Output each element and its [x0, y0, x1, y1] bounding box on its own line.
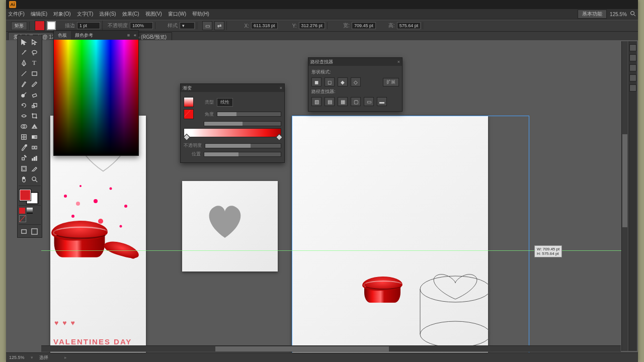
aspect-slider[interactable] — [204, 121, 281, 126]
artboard-heart-shape[interactable] — [182, 181, 278, 272]
gradient-type-dropdown[interactable]: 线性 — [217, 98, 233, 107]
scale-tool[interactable] — [29, 100, 39, 110]
menu-window[interactable]: 窗口(W) — [168, 11, 186, 18]
color-mode-icon[interactable] — [19, 208, 25, 214]
expand-button[interactable]: 扩展 — [383, 78, 399, 86]
dock-item-5[interactable] — [629, 84, 636, 92]
screen-mode-full[interactable] — [29, 226, 39, 236]
x-field[interactable]: 611.318 pt — [251, 22, 278, 29]
status-zoom[interactable]: 125.5% — [9, 355, 25, 360]
stroke-swatch[interactable] — [47, 21, 56, 30]
magic-wand-tool[interactable] — [19, 47, 29, 57]
fill-swatch[interactable] — [35, 21, 45, 31]
gradient-preview-swatch[interactable] — [184, 97, 194, 107]
slice-tool[interactable] — [29, 163, 39, 173]
trim-icon[interactable]: ▤ — [325, 97, 335, 106]
eraser-tool[interactable] — [29, 89, 39, 100]
fill-color-icon[interactable] — [20, 190, 31, 201]
menu-edit[interactable]: 编辑(E) — [31, 11, 47, 18]
unite-icon[interactable]: ◼ — [311, 77, 321, 86]
angle-slider[interactable] — [217, 112, 281, 117]
none-mode-icon[interactable]: ／ — [19, 215, 26, 222]
scrollbar-thumb[interactable] — [622, 134, 627, 227]
gray-heart-shape[interactable] — [202, 201, 248, 241]
w-field[interactable]: 709.45 pt — [352, 22, 376, 29]
dock-item-3[interactable] — [629, 64, 636, 71]
style-dropdown[interactable]: ▾ — [180, 22, 195, 29]
menu-select[interactable]: 选择(S) — [99, 11, 116, 18]
exclude-icon[interactable]: ◇ — [351, 77, 361, 86]
selection-tool[interactable] — [19, 37, 29, 47]
zoom-display[interactable]: 125.5% — [610, 12, 627, 17]
blend-tool[interactable] — [29, 142, 39, 152]
h-field[interactable]: 575.64 pt — [397, 22, 421, 29]
dock-item-2[interactable] — [629, 54, 636, 61]
paintbrush-tool[interactable] — [19, 79, 29, 89]
workspace-switcher[interactable]: 基本功能 — [578, 10, 607, 19]
fill-stroke-swatch[interactable] — [19, 190, 39, 204]
eyedropper-tool[interactable] — [19, 142, 29, 152]
pen-tool[interactable] — [19, 58, 29, 68]
divide-icon[interactable]: ▧ — [311, 97, 321, 106]
dock-item-1[interactable] — [629, 44, 636, 51]
menu-object[interactable]: 对象(O) — [53, 11, 70, 18]
width-tool[interactable] — [19, 111, 29, 121]
align-button[interactable]: ▭ — [202, 21, 212, 30]
gradient-mode-icon[interactable] — [27, 208, 33, 214]
free-transform-tool[interactable] — [29, 111, 39, 121]
close-icon[interactable]: × — [397, 59, 400, 64]
line-tool[interactable] — [19, 68, 29, 78]
panel-collapse-icon[interactable]: « — [132, 33, 138, 38]
color-picker-panel[interactable]: 色板 颜色参考 ≡ « — [53, 30, 139, 156]
pathfinder-panel[interactable]: 路径查找器 × 形状模式: ◼ ◻ ◆ ◇ 扩展 路径查找器: ▧ ▤ ▦ ▢ … — [308, 57, 403, 112]
screen-mode-normal[interactable] — [19, 226, 29, 236]
hand-tool[interactable] — [19, 174, 29, 184]
gradient-tool[interactable] — [29, 132, 39, 142]
title-bar[interactable]: Ai — [6, 0, 638, 9]
gradient-stroke-swatch[interactable]: ／ — [184, 109, 194, 119]
menu-effect[interactable]: 效果(C) — [122, 11, 139, 18]
dock-item-4[interactable] — [629, 74, 636, 81]
menu-view[interactable]: 视图(V) — [145, 11, 162, 18]
blob-brush-tool[interactable] — [19, 89, 29, 100]
intersect-icon[interactable]: ◆ — [338, 77, 348, 86]
outline-icon[interactable]: ▭ — [364, 97, 374, 106]
search-icon[interactable] — [630, 11, 636, 18]
zoom-tool[interactable] — [29, 174, 39, 184]
merge-icon[interactable]: ▦ — [338, 97, 348, 106]
scrollbar-thumb[interactable] — [215, 346, 389, 351]
stop-opacity-slider[interactable] — [205, 143, 281, 148]
picker-tab-guide[interactable]: 颜色参考 — [71, 31, 97, 40]
close-icon[interactable]: × — [280, 85, 282, 90]
right-dock[interactable] — [628, 41, 637, 351]
vertical-scrollbar[interactable] — [621, 41, 628, 351]
gradient-ramp[interactable] — [184, 128, 281, 137]
symbol-sprayer-tool[interactable] — [19, 153, 29, 163]
rotate-tool[interactable] — [19, 100, 29, 110]
horizontal-scrollbar[interactable] — [41, 345, 621, 352]
stop-location-slider[interactable] — [204, 152, 281, 157]
rectangle-tool[interactable] — [29, 68, 39, 78]
transform-button[interactable]: ⇄ — [214, 21, 224, 30]
opacity-field[interactable]: 100% — [130, 22, 153, 29]
color-spectrum[interactable] — [54, 40, 138, 155]
selection-bounds[interactable] — [292, 116, 529, 353]
stroke-weight-field[interactable]: 1 pt — [77, 22, 100, 29]
panel-menu-icon[interactable]: ≡ — [123, 32, 132, 39]
shape-builder-tool[interactable] — [19, 121, 29, 131]
pencil-tool[interactable] — [29, 79, 39, 89]
minus-front-icon[interactable]: ◻ — [325, 77, 335, 86]
menu-file[interactable]: 文件(F) — [8, 11, 25, 18]
graph-tool[interactable] — [29, 153, 39, 163]
lasso-tool[interactable] — [29, 47, 39, 57]
gradient-panel[interactable]: 渐变 × 类型 线性 ／ 角度 . 不透明度 — [180, 83, 285, 163]
artboard-tool[interactable] — [19, 163, 29, 173]
mesh-tool[interactable] — [19, 132, 29, 142]
direct-selection-tool[interactable] — [29, 37, 39, 47]
type-tool[interactable]: T — [29, 58, 39, 68]
y-field[interactable]: 312.276 pt — [299, 22, 326, 29]
perspective-tool[interactable] — [29, 121, 39, 131]
picker-tab-swatches[interactable]: 色板 — [54, 31, 71, 40]
menu-help[interactable]: 帮助(H) — [192, 11, 209, 18]
crop-icon[interactable]: ▢ — [351, 97, 361, 106]
